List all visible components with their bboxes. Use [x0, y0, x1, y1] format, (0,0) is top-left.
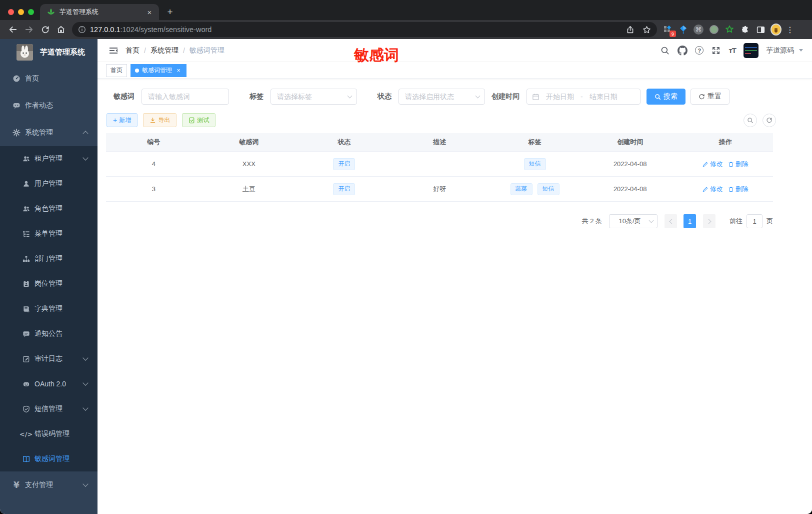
- maximize-window-button[interactable]: [28, 9, 34, 15]
- sidebar-item-audit-log[interactable]: 审计日志: [0, 346, 98, 371]
- tag-filter-select[interactable]: [270, 89, 357, 105]
- sidebar-item-user[interactable]: 用户管理: [0, 171, 98, 196]
- export-button[interactable]: 导出: [143, 113, 176, 127]
- caret-down-icon[interactable]: [799, 49, 803, 52]
- extension-grid-icon[interactable]: 9: [662, 24, 673, 35]
- refresh-button[interactable]: [762, 114, 776, 127]
- cell-word: XXX: [202, 160, 297, 168]
- add-button[interactable]: + 新增: [106, 113, 138, 127]
- tag-badge: 短信: [524, 158, 546, 170]
- chrome-menu-icon[interactable]: ⋮: [786, 25, 794, 35]
- minimize-window-button[interactable]: [18, 9, 24, 15]
- extension-dot-icon[interactable]: [708, 24, 720, 35]
- status-filter-input[interactable]: [399, 93, 484, 101]
- extensions-puzzle-icon[interactable]: [740, 24, 750, 35]
- sidebar-item-post[interactable]: 岗位管理: [0, 271, 98, 296]
- extension-star-icon[interactable]: [724, 24, 735, 35]
- delete-link[interactable]: 删除: [728, 185, 748, 194]
- sidebar-logo[interactable]: 芋道管理系统: [0, 39, 98, 65]
- date-start-input[interactable]: [540, 93, 580, 101]
- rabbit-logo-image: [16, 44, 33, 61]
- extension-kite-icon[interactable]: [678, 24, 688, 35]
- sidebar-item-notice[interactable]: 通知公告: [0, 321, 98, 346]
- github-icon[interactable]: [678, 46, 688, 56]
- close-window-button[interactable]: [8, 9, 14, 15]
- date-range-picker[interactable]: -: [526, 89, 640, 105]
- sidebar-item-tenant[interactable]: 租户管理: [0, 146, 98, 171]
- sidebar-item-author[interactable]: 作者动态: [0, 92, 98, 119]
- sidebar-item-sms[interactable]: 短信管理: [0, 396, 98, 421]
- prev-page-button[interactable]: [664, 214, 677, 228]
- sidebar-item-error-code[interactable]: </> 错误码管理: [0, 421, 98, 446]
- next-page-button[interactable]: [703, 214, 716, 228]
- toggle-search-button[interactable]: [744, 114, 757, 127]
- page-number-button[interactable]: 1: [684, 214, 696, 228]
- app-title: 芋道管理系统: [40, 48, 85, 57]
- header-search-icon[interactable]: [660, 46, 670, 56]
- forward-icon[interactable]: [22, 23, 36, 36]
- browser-tabstrip: 芋道管理系统 × +: [0, 0, 812, 20]
- sensitive-word-table: 编号 敏感词 状态 描述 标签 创建时间 操作 4 XXX 开启: [106, 133, 773, 202]
- font-size-icon[interactable]: тT: [728, 46, 736, 55]
- search-button[interactable]: 搜索: [646, 89, 686, 105]
- bookmark-star-icon[interactable]: [642, 26, 651, 34]
- breadcrumb-system[interactable]: 系统管理: [150, 46, 178, 55]
- sidebar-item-system[interactable]: 系统管理: [0, 119, 98, 146]
- search-button-label: 搜索: [664, 92, 678, 101]
- edit-link[interactable]: 修改: [702, 160, 723, 169]
- sidebar-item-menu[interactable]: 菜单管理: [0, 221, 98, 246]
- role-users-icon: [22, 205, 30, 213]
- fullscreen-icon[interactable]: [711, 46, 721, 56]
- sidebar-item-label: 部门管理: [34, 254, 62, 263]
- site-info-icon[interactable]: [78, 26, 86, 34]
- sidebar-item-label: 作者动态: [25, 101, 53, 110]
- home-icon[interactable]: [54, 23, 68, 36]
- breadcrumb-home[interactable]: 首页: [126, 46, 140, 55]
- cell-created: 2022-04-08: [582, 160, 678, 168]
- test-button[interactable]: 测试: [182, 113, 216, 127]
- tag-view-label: 首页: [110, 66, 122, 75]
- sidebar-item-sensitive-word[interactable]: 敏感词管理: [0, 446, 98, 471]
- sidebar-item-dictionary[interactable]: 字典管理: [0, 296, 98, 321]
- sidebar-item-home[interactable]: 首页: [0, 65, 98, 92]
- tag-view-current[interactable]: 敏感词管理 ×: [130, 64, 186, 77]
- share-icon[interactable]: [626, 26, 634, 34]
- tab-close-icon[interactable]: ×: [145, 8, 154, 17]
- edit-link[interactable]: 修改: [702, 185, 723, 194]
- profile-avatar[interactable]: [770, 24, 782, 35]
- cell-actions: 修改 删除: [678, 160, 773, 169]
- help-icon[interactable]: ?: [695, 46, 704, 55]
- extension-command-icon[interactable]: ⌘: [693, 24, 704, 35]
- sidebar-item-payment[interactable]: ¥ 支付管理: [0, 471, 98, 498]
- calendar-icon: [532, 93, 540, 101]
- chevron-up-icon: [82, 131, 88, 136]
- user-avatar[interactable]: [744, 43, 758, 58]
- date-end-input[interactable]: [584, 93, 623, 101]
- refresh-icon: [766, 117, 772, 124]
- column-header: 标签: [487, 138, 582, 147]
- table-header-row: 编号 敏感词 状态 描述 标签 创建时间 操作: [106, 133, 773, 151]
- breadcrumb: 首页 / 系统管理 / 敏感词管理: [126, 46, 224, 55]
- sidebar-item-oauth[interactable]: OAuth 2.0: [0, 371, 98, 396]
- goto-page-input[interactable]: [746, 214, 762, 228]
- tag-view-home[interactable]: 首页: [106, 64, 127, 77]
- browser-tab[interactable]: 芋道管理系统 ×: [40, 4, 159, 20]
- sidebar-item-department[interactable]: 部门管理: [0, 246, 98, 271]
- sidebar-toggle-icon[interactable]: [755, 24, 766, 35]
- back-icon[interactable]: [6, 23, 20, 36]
- tag-close-icon[interactable]: ×: [175, 67, 182, 74]
- word-filter-input[interactable]: [142, 93, 228, 101]
- status-filter-select[interactable]: [398, 89, 485, 105]
- delete-link[interactable]: 删除: [728, 160, 748, 169]
- tag-badge: 短信: [538, 183, 560, 195]
- reload-icon[interactable]: [38, 23, 52, 36]
- new-tab-button[interactable]: +: [163, 5, 177, 19]
- tag-filter-input[interactable]: [271, 93, 356, 101]
- cell-id: 3: [106, 185, 202, 193]
- hamburger-icon[interactable]: [108, 46, 118, 56]
- sidebar-item-role[interactable]: 角色管理: [0, 196, 98, 221]
- cell-status: 开启: [296, 183, 392, 195]
- page-size-select[interactable]: 10条/页: [609, 214, 658, 228]
- reset-button[interactable]: 重置: [690, 89, 730, 105]
- url-bar[interactable]: 127.0.0.1:1024/system/sensitive-word: [72, 22, 657, 37]
